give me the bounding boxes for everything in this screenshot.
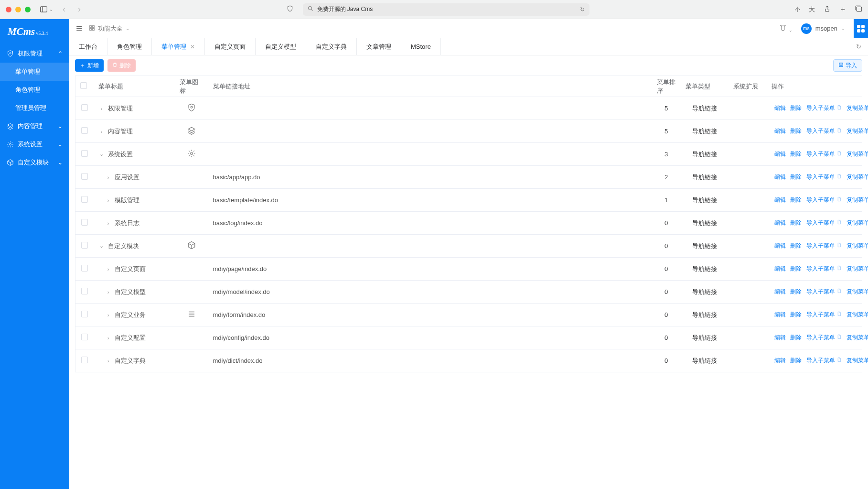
expand-icon[interactable]: › bbox=[105, 174, 112, 180]
nav-item[interactable]: 角色管理 bbox=[0, 81, 69, 99]
row-checkbox[interactable] bbox=[81, 311, 88, 317]
delete-link[interactable]: 删除 bbox=[790, 174, 802, 180]
expand-icon[interactable]: › bbox=[105, 358, 112, 364]
reload-icon[interactable]: ↻ bbox=[580, 6, 585, 13]
row-checkbox[interactable] bbox=[81, 219, 88, 226]
row-checkbox[interactable] bbox=[81, 288, 88, 294]
import-sub-link[interactable]: 导入子菜单 bbox=[806, 357, 835, 364]
menu-toggle-icon[interactable]: ☰ bbox=[76, 24, 82, 33]
nav-item[interactable]: 菜单管理 bbox=[0, 63, 69, 81]
nav-item[interactable]: 管理员管理 bbox=[0, 99, 69, 117]
import-sub-link[interactable]: 导入子菜单 bbox=[806, 242, 835, 249]
delete-link[interactable]: 删除 bbox=[790, 105, 802, 111]
import-sub-link[interactable]: 导入子菜单 bbox=[806, 174, 835, 180]
close-window-icon[interactable] bbox=[6, 7, 11, 12]
delete-link[interactable]: 删除 bbox=[790, 265, 802, 272]
tabs-overview-icon[interactable] bbox=[855, 5, 862, 13]
import-sub-link[interactable]: 导入子菜单 bbox=[806, 288, 835, 295]
edit-link[interactable]: 编辑 bbox=[774, 242, 786, 249]
row-checkbox[interactable] bbox=[81, 265, 88, 272]
copy-link[interactable]: 复制菜单 bbox=[847, 357, 868, 364]
copy-link[interactable]: 复制菜单 bbox=[847, 105, 868, 111]
refresh-icon[interactable]: ↻ bbox=[849, 38, 868, 55]
row-checkbox[interactable] bbox=[81, 150, 88, 157]
tab[interactable]: 自定义页面 bbox=[205, 38, 256, 55]
delete-link[interactable]: 删除 bbox=[790, 128, 802, 134]
import-sub-link[interactable]: 导入子菜单 bbox=[806, 105, 835, 111]
tab[interactable]: 自定义模型 bbox=[256, 38, 306, 55]
tab[interactable]: 自定义字典 bbox=[306, 38, 357, 55]
nav-group[interactable]: 系统设置 ⌄ bbox=[0, 135, 69, 153]
expand-icon[interactable]: › bbox=[105, 335, 112, 341]
edit-link[interactable]: 编辑 bbox=[774, 334, 786, 341]
copy-link[interactable]: 复制菜单 bbox=[847, 219, 868, 226]
minimize-window-icon[interactable] bbox=[15, 7, 21, 12]
back-icon[interactable]: ‹ bbox=[63, 4, 65, 14]
import-button[interactable]: 导入 bbox=[833, 59, 862, 72]
edit-link[interactable]: 编辑 bbox=[774, 196, 786, 203]
row-checkbox[interactable] bbox=[81, 357, 88, 363]
apps-button[interactable] bbox=[854, 19, 868, 38]
row-checkbox[interactable] bbox=[81, 104, 88, 111]
copy-link[interactable]: 复制菜单 bbox=[847, 174, 868, 180]
copy-link[interactable]: 复制菜单 bbox=[847, 334, 868, 341]
close-icon[interactable]: ✕ bbox=[190, 43, 195, 50]
user-menu[interactable]: ms msopen ⌄ bbox=[801, 23, 845, 34]
tab[interactable]: MStore bbox=[401, 38, 441, 55]
copy-link[interactable]: 复制菜单 bbox=[847, 196, 868, 203]
copy-link[interactable]: 复制菜单 bbox=[847, 242, 868, 249]
import-sub-link[interactable]: 导入子菜单 bbox=[806, 219, 835, 226]
copy-link[interactable]: 复制菜单 bbox=[847, 151, 868, 157]
edit-link[interactable]: 编辑 bbox=[774, 219, 786, 226]
delete-link[interactable]: 删除 bbox=[790, 357, 802, 364]
edit-link[interactable]: 编辑 bbox=[774, 151, 786, 157]
expand-icon[interactable]: › bbox=[105, 220, 112, 226]
tab[interactable]: 角色管理 bbox=[107, 38, 152, 55]
row-checkbox[interactable] bbox=[81, 127, 88, 134]
share-icon[interactable] bbox=[824, 5, 831, 14]
features-dropdown[interactable]: 功能大全 ⌄ bbox=[89, 24, 129, 33]
select-all-checkbox[interactable] bbox=[80, 82, 87, 89]
delete-link[interactable]: 删除 bbox=[790, 288, 802, 295]
delete-link[interactable]: 删除 bbox=[790, 219, 802, 226]
expand-icon[interactable]: ⌄ bbox=[98, 151, 105, 157]
edit-link[interactable]: 编辑 bbox=[774, 174, 786, 180]
nav-group[interactable]: 内容管理 ⌄ bbox=[0, 117, 69, 135]
copy-link[interactable]: 复制菜单 bbox=[847, 288, 868, 295]
tab[interactable]: 工作台 bbox=[69, 38, 107, 55]
address-bar[interactable]: 免费开源的 Java Cms ↻ bbox=[303, 3, 589, 16]
tab[interactable]: 文章管理 bbox=[357, 38, 401, 55]
delete-link[interactable]: 删除 bbox=[790, 242, 802, 249]
shield-icon[interactable] bbox=[287, 5, 293, 13]
expand-icon[interactable]: › bbox=[105, 266, 112, 272]
delete-link[interactable]: 删除 bbox=[790, 151, 802, 157]
delete-link[interactable]: 删除 bbox=[790, 196, 802, 203]
row-checkbox[interactable] bbox=[81, 196, 88, 203]
row-checkbox[interactable] bbox=[81, 242, 88, 249]
copy-link[interactable]: 复制菜单 bbox=[847, 311, 868, 318]
import-sub-link[interactable]: 导入子菜单 bbox=[806, 265, 835, 272]
expand-icon[interactable]: › bbox=[105, 197, 112, 203]
import-sub-link[interactable]: 导入子菜单 bbox=[806, 151, 835, 157]
import-sub-link[interactable]: 导入子菜单 bbox=[806, 334, 835, 341]
import-sub-link[interactable]: 导入子菜单 bbox=[806, 196, 835, 203]
edit-link[interactable]: 编辑 bbox=[774, 288, 786, 295]
delete-link[interactable]: 删除 bbox=[790, 334, 802, 341]
add-button[interactable]: ＋ 新增 bbox=[75, 59, 104, 72]
row-checkbox[interactable] bbox=[81, 173, 88, 180]
edit-link[interactable]: 编辑 bbox=[774, 128, 786, 134]
text-small-icon[interactable]: 小 bbox=[795, 6, 800, 13]
nav-group[interactable]: 权限管理 ⌃ bbox=[0, 44, 69, 63]
delete-button[interactable]: 删除 bbox=[107, 59, 136, 72]
edit-link[interactable]: 编辑 bbox=[774, 265, 786, 272]
import-sub-link[interactable]: 导入子菜单 bbox=[806, 311, 835, 318]
copy-link[interactable]: 复制菜单 bbox=[847, 265, 868, 272]
delete-link[interactable]: 删除 bbox=[790, 311, 802, 318]
text-large-icon[interactable]: 大 bbox=[809, 5, 815, 14]
nav-group[interactable]: 自定义模块 ⌄ bbox=[0, 153, 69, 172]
import-sub-link[interactable]: 导入子菜单 bbox=[806, 128, 835, 134]
copy-link[interactable]: 复制菜单 bbox=[847, 128, 868, 134]
expand-icon[interactable]: › bbox=[105, 289, 112, 295]
theme-icon[interactable]: ⌄ bbox=[779, 24, 793, 33]
edit-link[interactable]: 编辑 bbox=[774, 357, 786, 364]
